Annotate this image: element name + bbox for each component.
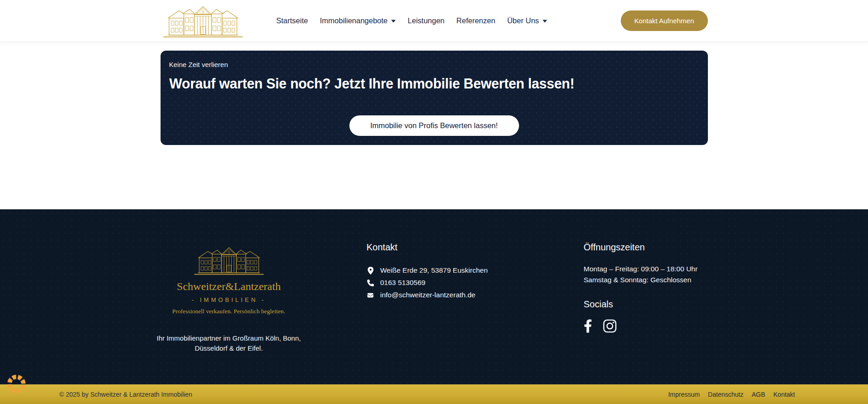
aperture-icon bbox=[5, 373, 27, 396]
cookie-settings-button[interactable] bbox=[5, 373, 28, 396]
legal-link-agb[interactable]: AGB bbox=[752, 391, 765, 398]
main-nav: Startseite Immobilienangebote Leistungen… bbox=[276, 16, 547, 25]
chevron-down-icon bbox=[542, 20, 547, 23]
bewerten-lassen-button[interactable]: Immobilie von Profis Bewerten lassen! bbox=[349, 115, 519, 136]
email-link[interactable]: info@schweitzer-lantzerath.de bbox=[367, 291, 517, 299]
cta-eyebrow: Keine Zeit verlieren bbox=[169, 61, 699, 68]
mansion-logo-icon bbox=[192, 269, 266, 277]
site-header: Startseite Immobilienangebote Leistungen… bbox=[0, 0, 868, 42]
footer-kontakt-column: Kontakt Weiße Erde 29, 53879 Euskirchen … bbox=[367, 242, 517, 299]
cta-heading: Worauf warten Sie noch? Jetzt Ihre Immob… bbox=[169, 75, 667, 92]
instagram-icon[interactable] bbox=[603, 319, 617, 333]
phone-text: 0163 5130569 bbox=[380, 279, 426, 287]
nav-label: Startseite bbox=[276, 16, 308, 25]
nav-label: Immobilienangebote bbox=[320, 16, 388, 25]
hours-weekdays: Montag – Freitag: 09:00 – 18:00 Uhr bbox=[584, 264, 712, 275]
legal-link-kontakt[interactable]: Kontakt bbox=[774, 391, 795, 398]
footer-hours-column: Öffnungszeiten Montag – Freitag: 09:00 –… bbox=[584, 242, 712, 333]
location-pin-icon bbox=[367, 267, 374, 275]
nav-item-immobilienangebote[interactable]: Immobilienangebote bbox=[320, 16, 396, 25]
nav-item-referenzen[interactable]: Referenzen bbox=[457, 16, 495, 25]
page: Startseite Immobilienangebote Leistungen… bbox=[0, 0, 868, 404]
kontakt-heading: Kontakt bbox=[367, 242, 517, 253]
nav-label: Leistungen bbox=[408, 16, 445, 25]
hours-heading: Öffnungszeiten bbox=[584, 242, 712, 253]
header-logo[interactable] bbox=[161, 0, 245, 41]
nav-item-leistungen[interactable]: Leistungen bbox=[408, 16, 445, 25]
email-text: info@schweitzer-lantzerath.de bbox=[380, 291, 476, 299]
brand-name: Schweitzer&Lantzerath bbox=[161, 280, 297, 293]
legal-link-impressum[interactable]: Impressum bbox=[668, 391, 700, 398]
socials-heading: Socials bbox=[584, 299, 712, 310]
chevron-down-icon bbox=[391, 20, 396, 23]
main-content: Keine Zeit verlieren Worauf warten Sie n… bbox=[0, 42, 868, 209]
brand-tagline: Professionell verkaufen. Persönlich begl… bbox=[161, 308, 297, 315]
nav-item-startseite[interactable]: Startseite bbox=[276, 16, 308, 25]
legal-link-datenschutz[interactable]: Datenschutz bbox=[708, 391, 743, 398]
bottom-bar: © 2025 by Schweitzer & Lantzerath Immobi… bbox=[0, 384, 868, 404]
address-text: Weiße Erde 29, 53879 Euskirchen bbox=[380, 266, 488, 275]
legal-links: Impressum Datenschutz AGB Kontakt bbox=[668, 391, 795, 398]
facebook-icon[interactable] bbox=[584, 319, 592, 333]
site-footer: Schweitzer&Lantzerath - IMMOBILIEN - Pro… bbox=[0, 209, 868, 384]
cta-card: Keine Zeit verlieren Worauf warten Sie n… bbox=[161, 51, 708, 145]
nav-item-ueber-uns[interactable]: Über Uns bbox=[507, 16, 547, 25]
mansion-logo-icon bbox=[161, 3, 245, 39]
envelope-icon bbox=[367, 292, 374, 298]
kontakt-aufnehmen-button[interactable]: Kontakt Aufnehmen bbox=[621, 10, 708, 31]
footer-brand-column: Schweitzer&Lantzerath - IMMOBILIEN - Pro… bbox=[161, 245, 297, 315]
footer-description: Ihr Immobilienpartner im Großraum Köln, … bbox=[147, 333, 311, 353]
nav-label: Referenzen bbox=[457, 16, 495, 25]
phone-icon bbox=[367, 280, 374, 286]
brand-subtitle: - IMMOBILIEN - bbox=[161, 296, 297, 303]
phone-link[interactable]: 0163 5130569 bbox=[367, 279, 517, 287]
nav-label: Über Uns bbox=[507, 16, 539, 25]
address-link[interactable]: Weiße Erde 29, 53879 Euskirchen bbox=[367, 266, 517, 275]
hours-weekend: Samstag & Sonntag: Geschlossen bbox=[584, 275, 712, 285]
copyright-text: © 2025 by Schweitzer & Lantzerath Immobi… bbox=[59, 391, 192, 398]
